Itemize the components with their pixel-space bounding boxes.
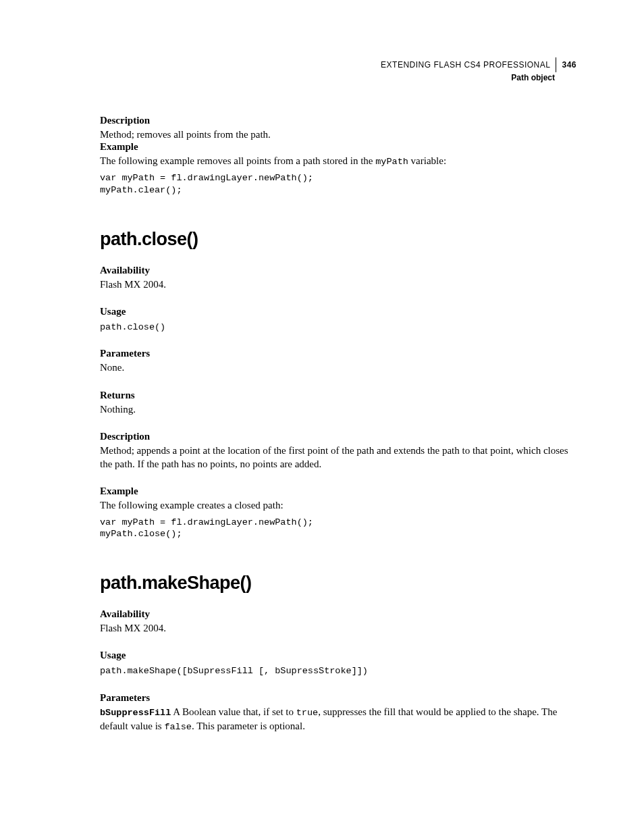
description-body: Method; removes all points from the path… bbox=[100, 128, 576, 141]
chapter-name: Path object bbox=[100, 73, 576, 82]
code-block: var myPath = fl.drawingLayer.newPath(); … bbox=[100, 517, 576, 540]
usage-heading: Usage bbox=[100, 306, 576, 317]
book-title: EXTENDING FLASH CS4 PROFESSIONAL bbox=[381, 60, 556, 70]
parameter-bsuppressfill: bSuppressFill A Boolean value that, if s… bbox=[100, 705, 576, 733]
description-heading: Description bbox=[100, 431, 576, 442]
section-clear-continued: Description Method; removes all points f… bbox=[100, 115, 576, 197]
header-line-1: EXTENDING FLASH CS4 PROFESSIONAL 346 bbox=[381, 57, 576, 72]
example-text-1: The following example removes all points… bbox=[100, 155, 375, 166]
example-body: The following example removes all points… bbox=[100, 154, 576, 168]
usage-code: path.makeShape([bSupressFill [, bSupress… bbox=[100, 665, 576, 677]
availability-body: Flash MX 2004. bbox=[100, 278, 576, 291]
param-text-1: A Boolean value that, if set to bbox=[171, 706, 296, 717]
method-heading-close: path.close() bbox=[100, 229, 576, 250]
availability-heading: Availability bbox=[100, 608, 576, 620]
page-number: 346 bbox=[556, 60, 576, 70]
usage-heading: Usage bbox=[100, 650, 576, 661]
inline-code-mypath: myPath bbox=[375, 157, 408, 167]
description-body: Method; appends a point at the location … bbox=[100, 444, 576, 471]
page: EXTENDING FLASH CS4 PROFESSIONAL 346 Pat… bbox=[0, 0, 644, 774]
page-header: EXTENDING FLASH CS4 PROFESSIONAL 346 Pat… bbox=[100, 57, 576, 82]
parameters-heading: Parameters bbox=[100, 348, 576, 359]
inline-code-true: true bbox=[296, 708, 318, 718]
returns-body: Nothing. bbox=[100, 402, 576, 416]
method-heading-makeshape: path.makeShape() bbox=[100, 573, 576, 594]
parameters-body: None. bbox=[100, 361, 576, 374]
example-heading: Example bbox=[100, 486, 576, 497]
param-name: bSuppressFill bbox=[100, 708, 171, 718]
inline-code-false: false bbox=[164, 722, 192, 732]
example-text-2: variable: bbox=[408, 155, 446, 166]
param-text-3: . This parameter is optional. bbox=[192, 721, 305, 731]
availability-body: Flash MX 2004. bbox=[100, 621, 576, 635]
description-heading: Description bbox=[100, 115, 576, 126]
usage-code: path.close() bbox=[100, 321, 576, 334]
example-body: The following example creates a closed p… bbox=[100, 498, 576, 512]
availability-heading: Availability bbox=[100, 265, 576, 276]
parameters-heading: Parameters bbox=[100, 692, 576, 704]
code-block: var myPath = fl.drawingLayer.newPath(); … bbox=[100, 172, 576, 196]
example-heading: Example bbox=[100, 141, 576, 153]
returns-heading: Returns bbox=[100, 390, 576, 401]
